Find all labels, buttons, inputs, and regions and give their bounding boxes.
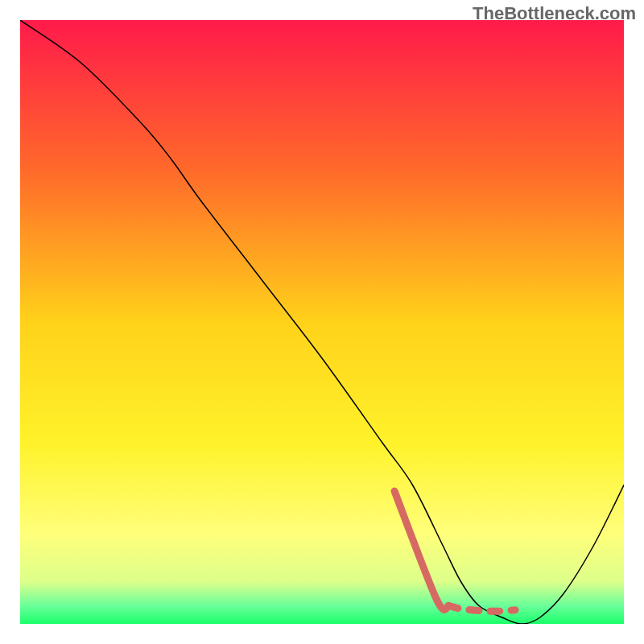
bottleneck-chart — [20, 20, 624, 624]
chart-container — [20, 20, 624, 624]
gradient-background — [20, 20, 624, 624]
watermark-text: TheBottleneck.com — [473, 3, 636, 24]
